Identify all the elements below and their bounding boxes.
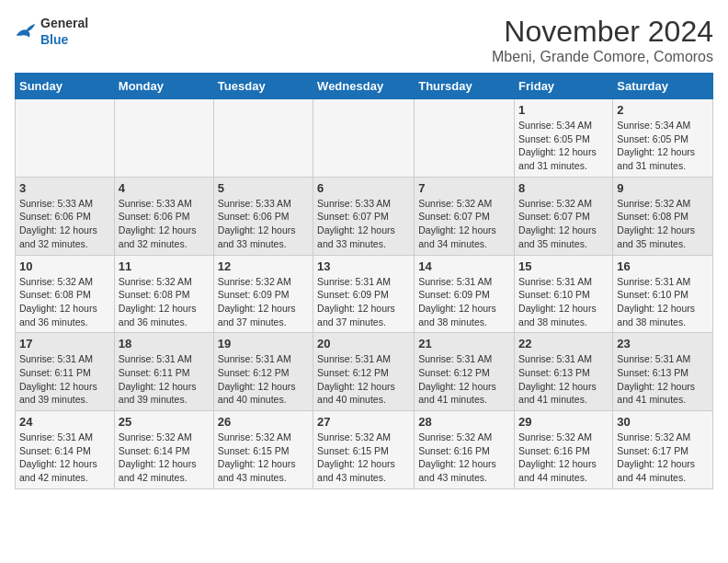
calendar-day-cell: 25Sunrise: 5:32 AM Sunset: 6:14 PM Dayli… [114, 411, 213, 489]
day-info: Sunrise: 5:31 AM Sunset: 6:13 PM Dayligh… [617, 352, 709, 407]
calendar-week-1: 1Sunrise: 5:34 AM Sunset: 6:05 PM Daylig… [16, 99, 713, 178]
calendar-day-cell: 19Sunrise: 5:31 AM Sunset: 6:12 PM Dayli… [213, 333, 313, 411]
calendar-week-5: 24Sunrise: 5:31 AM Sunset: 6:14 PM Dayli… [16, 411, 713, 489]
calendar-day-cell: 15Sunrise: 5:31 AM Sunset: 6:10 PM Dayli… [515, 255, 613, 333]
day-info: Sunrise: 5:33 AM Sunset: 6:07 PM Dayligh… [317, 197, 410, 251]
calendar-day-cell: 22Sunrise: 5:31 AM Sunset: 6:13 PM Dayli… [515, 333, 613, 411]
day-info: Sunrise: 5:31 AM Sunset: 6:12 PM Dayligh… [418, 352, 510, 407]
day-number: 9 [617, 181, 709, 195]
day-info: Sunrise: 5:32 AM Sunset: 6:08 PM Dayligh… [119, 275, 210, 329]
day-number: 17 [19, 337, 110, 350]
day-number: 12 [218, 259, 309, 273]
calendar-day-cell: 3Sunrise: 5:33 AM Sunset: 6:06 PM Daylig… [16, 177, 115, 255]
day-info: Sunrise: 5:31 AM Sunset: 6:10 PM Dayligh… [518, 275, 609, 329]
day-info: Sunrise: 5:33 AM Sunset: 6:06 PM Dayligh… [218, 197, 309, 251]
logo-blue: Blue [40, 32, 68, 47]
calendar-day-cell: 11Sunrise: 5:32 AM Sunset: 6:08 PM Dayli… [114, 255, 213, 333]
day-number: 3 [19, 181, 110, 195]
calendar-day-cell [415, 99, 515, 178]
day-info: Sunrise: 5:32 AM Sunset: 6:17 PM Dayligh… [617, 431, 709, 485]
day-number: 1 [518, 103, 609, 117]
calendar-day-cell: 6Sunrise: 5:33 AM Sunset: 6:07 PM Daylig… [313, 177, 415, 255]
day-info: Sunrise: 5:32 AM Sunset: 6:09 PM Dayligh… [218, 275, 309, 329]
day-info: Sunrise: 5:32 AM Sunset: 6:16 PM Dayligh… [518, 431, 609, 485]
calendar-day-cell: 10Sunrise: 5:32 AM Sunset: 6:08 PM Dayli… [16, 255, 115, 333]
day-info: Sunrise: 5:32 AM Sunset: 6:16 PM Dayligh… [418, 431, 510, 485]
page-title: November 2024 [492, 15, 713, 49]
calendar-day-cell: 18Sunrise: 5:31 AM Sunset: 6:11 PM Dayli… [114, 333, 213, 411]
calendar-day-cell: 29Sunrise: 5:32 AM Sunset: 6:16 PM Dayli… [515, 411, 613, 489]
day-number: 10 [19, 259, 110, 273]
day-number: 6 [317, 181, 410, 195]
calendar-day-cell: 16Sunrise: 5:31 AM Sunset: 6:10 PM Dayli… [613, 255, 713, 333]
day-number: 23 [617, 337, 709, 350]
day-number: 30 [617, 415, 709, 429]
calendar-header-sunday: Sunday [16, 74, 115, 99]
calendar-header-saturday: Saturday [613, 74, 713, 99]
day-number: 15 [518, 259, 609, 273]
day-number: 11 [119, 259, 210, 273]
calendar-header-monday: Monday [114, 74, 213, 99]
calendar-day-cell [114, 99, 213, 178]
calendar-day-cell: 5Sunrise: 5:33 AM Sunset: 6:06 PM Daylig… [213, 177, 313, 255]
day-info: Sunrise: 5:33 AM Sunset: 6:06 PM Dayligh… [19, 197, 110, 251]
calendar-day-cell: 9Sunrise: 5:32 AM Sunset: 6:08 PM Daylig… [613, 177, 713, 255]
title-area: November 2024 Mbeni, Grande Comore, Como… [492, 15, 713, 65]
header: General Blue November 2024 Mbeni, Grande… [15, 15, 713, 65]
day-number: 24 [19, 415, 110, 429]
day-info: Sunrise: 5:34 AM Sunset: 6:05 PM Dayligh… [617, 119, 709, 173]
day-info: Sunrise: 5:31 AM Sunset: 6:10 PM Dayligh… [617, 275, 709, 329]
calendar-day-cell: 23Sunrise: 5:31 AM Sunset: 6:13 PM Dayli… [613, 333, 713, 411]
day-number: 16 [617, 259, 709, 273]
day-number: 20 [317, 337, 410, 350]
calendar-day-cell: 13Sunrise: 5:31 AM Sunset: 6:09 PM Dayli… [313, 255, 415, 333]
calendar-day-cell: 12Sunrise: 5:32 AM Sunset: 6:09 PM Dayli… [213, 255, 313, 333]
day-number: 29 [518, 415, 609, 429]
day-info: Sunrise: 5:32 AM Sunset: 6:07 PM Dayligh… [418, 197, 510, 251]
day-number: 25 [119, 415, 210, 429]
calendar-day-cell: 30Sunrise: 5:32 AM Sunset: 6:17 PM Dayli… [613, 411, 713, 489]
calendar-week-4: 17Sunrise: 5:31 AM Sunset: 6:11 PM Dayli… [16, 333, 713, 411]
calendar-header-thursday: Thursday [415, 74, 515, 99]
logo-general: General [40, 16, 88, 30]
day-info: Sunrise: 5:31 AM Sunset: 6:09 PM Dayligh… [418, 275, 510, 329]
calendar-day-cell: 20Sunrise: 5:31 AM Sunset: 6:12 PM Dayli… [313, 333, 415, 411]
calendar-table: SundayMondayTuesdayWednesdayThursdayFrid… [15, 73, 713, 489]
calendar-day-cell: 21Sunrise: 5:31 AM Sunset: 6:12 PM Dayli… [415, 333, 515, 411]
day-info: Sunrise: 5:31 AM Sunset: 6:12 PM Dayligh… [218, 352, 309, 407]
calendar-day-cell: 8Sunrise: 5:32 AM Sunset: 6:07 PM Daylig… [515, 177, 613, 255]
day-number: 13 [317, 259, 410, 273]
logo: General Blue [15, 15, 88, 48]
day-number: 5 [218, 181, 309, 195]
calendar-day-cell: 26Sunrise: 5:32 AM Sunset: 6:15 PM Dayli… [213, 411, 313, 489]
calendar-day-cell: 7Sunrise: 5:32 AM Sunset: 6:07 PM Daylig… [415, 177, 515, 255]
day-info: Sunrise: 5:34 AM Sunset: 6:05 PM Dayligh… [518, 119, 609, 173]
day-info: Sunrise: 5:32 AM Sunset: 6:14 PM Dayligh… [119, 431, 210, 485]
day-info: Sunrise: 5:32 AM Sunset: 6:15 PM Dayligh… [218, 431, 309, 485]
calendar-week-3: 10Sunrise: 5:32 AM Sunset: 6:08 PM Dayli… [16, 255, 713, 333]
logo-text: General Blue [40, 15, 88, 48]
day-number: 18 [119, 337, 210, 350]
calendar-day-cell [313, 99, 415, 178]
day-info: Sunrise: 5:32 AM Sunset: 6:07 PM Dayligh… [518, 197, 609, 251]
day-info: Sunrise: 5:33 AM Sunset: 6:06 PM Dayligh… [119, 197, 210, 251]
day-info: Sunrise: 5:32 AM Sunset: 6:08 PM Dayligh… [19, 275, 110, 329]
day-info: Sunrise: 5:31 AM Sunset: 6:12 PM Dayligh… [317, 352, 410, 407]
day-number: 4 [119, 181, 210, 195]
day-info: Sunrise: 5:32 AM Sunset: 6:15 PM Dayligh… [317, 431, 410, 485]
calendar-week-2: 3Sunrise: 5:33 AM Sunset: 6:06 PM Daylig… [16, 177, 713, 255]
logo-bird-icon [15, 22, 37, 40]
day-info: Sunrise: 5:32 AM Sunset: 6:08 PM Dayligh… [617, 197, 709, 251]
day-number: 21 [418, 337, 510, 350]
calendar-day-cell: 17Sunrise: 5:31 AM Sunset: 6:11 PM Dayli… [16, 333, 115, 411]
page-subtitle: Mbeni, Grande Comore, Comoros [492, 49, 713, 65]
day-number: 26 [218, 415, 309, 429]
calendar-header: SundayMondayTuesdayWednesdayThursdayFrid… [16, 74, 713, 99]
calendar-day-cell: 27Sunrise: 5:32 AM Sunset: 6:15 PM Dayli… [313, 411, 415, 489]
calendar-header-tuesday: Tuesday [213, 74, 313, 99]
calendar-header-friday: Friday [515, 74, 613, 99]
calendar-day-cell: 28Sunrise: 5:32 AM Sunset: 6:16 PM Dayli… [415, 411, 515, 489]
day-number: 28 [418, 415, 510, 429]
day-info: Sunrise: 5:31 AM Sunset: 6:09 PM Dayligh… [317, 275, 410, 329]
day-info: Sunrise: 5:31 AM Sunset: 6:13 PM Dayligh… [518, 352, 609, 407]
